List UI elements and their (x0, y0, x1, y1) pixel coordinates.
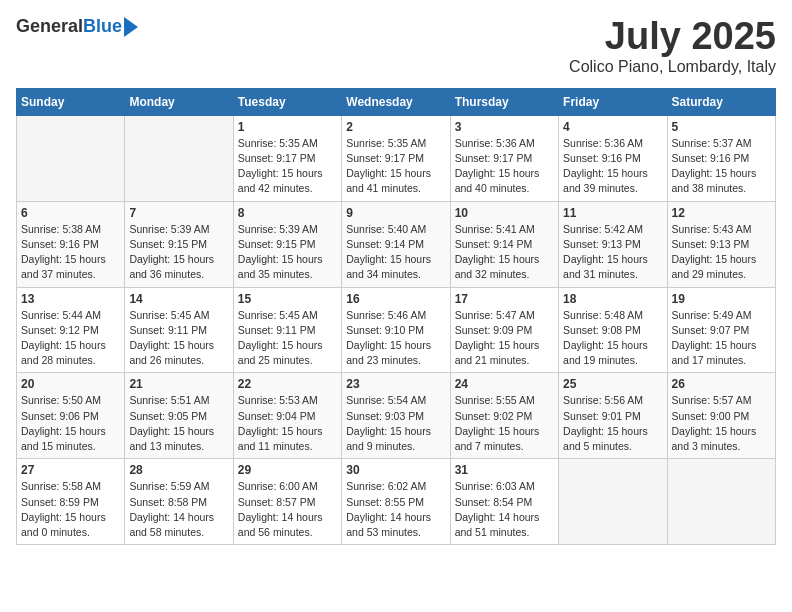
day-number: 6 (21, 206, 120, 220)
day-number: 7 (129, 206, 228, 220)
calendar-cell: 23Sunrise: 5:54 AM Sunset: 9:03 PM Dayli… (342, 373, 450, 459)
calendar-week-row: 27Sunrise: 5:58 AM Sunset: 8:59 PM Dayli… (17, 459, 776, 545)
calendar-cell (559, 459, 667, 545)
calendar-header-wednesday: Wednesday (342, 88, 450, 115)
day-info: Sunrise: 5:37 AM Sunset: 9:16 PM Dayligh… (672, 136, 771, 197)
calendar-header-tuesday: Tuesday (233, 88, 341, 115)
calendar-header-saturday: Saturday (667, 88, 775, 115)
day-number: 28 (129, 463, 228, 477)
calendar-cell: 8Sunrise: 5:39 AM Sunset: 9:15 PM Daylig… (233, 201, 341, 287)
calendar-cell: 7Sunrise: 5:39 AM Sunset: 9:15 PM Daylig… (125, 201, 233, 287)
calendar-header-sunday: Sunday (17, 88, 125, 115)
day-info: Sunrise: 5:50 AM Sunset: 9:06 PM Dayligh… (21, 393, 120, 454)
calendar-week-row: 13Sunrise: 5:44 AM Sunset: 9:12 PM Dayli… (17, 287, 776, 373)
calendar-week-row: 1Sunrise: 5:35 AM Sunset: 9:17 PM Daylig… (17, 115, 776, 201)
day-info: Sunrise: 5:48 AM Sunset: 9:08 PM Dayligh… (563, 308, 662, 369)
day-info: Sunrise: 5:49 AM Sunset: 9:07 PM Dayligh… (672, 308, 771, 369)
day-info: Sunrise: 5:51 AM Sunset: 9:05 PM Dayligh… (129, 393, 228, 454)
day-number: 24 (455, 377, 554, 391)
day-number: 9 (346, 206, 445, 220)
calendar-cell: 24Sunrise: 5:55 AM Sunset: 9:02 PM Dayli… (450, 373, 558, 459)
day-info: Sunrise: 6:02 AM Sunset: 8:55 PM Dayligh… (346, 479, 445, 540)
calendar-cell (667, 459, 775, 545)
calendar-header-thursday: Thursday (450, 88, 558, 115)
day-number: 17 (455, 292, 554, 306)
day-number: 8 (238, 206, 337, 220)
day-info: Sunrise: 5:54 AM Sunset: 9:03 PM Dayligh… (346, 393, 445, 454)
day-info: Sunrise: 5:58 AM Sunset: 8:59 PM Dayligh… (21, 479, 120, 540)
calendar-cell: 25Sunrise: 5:56 AM Sunset: 9:01 PM Dayli… (559, 373, 667, 459)
day-number: 10 (455, 206, 554, 220)
day-info: Sunrise: 5:35 AM Sunset: 9:17 PM Dayligh… (346, 136, 445, 197)
logo: General Blue (16, 16, 138, 37)
day-info: Sunrise: 5:47 AM Sunset: 9:09 PM Dayligh… (455, 308, 554, 369)
calendar-cell: 10Sunrise: 5:41 AM Sunset: 9:14 PM Dayli… (450, 201, 558, 287)
calendar-cell: 22Sunrise: 5:53 AM Sunset: 9:04 PM Dayli… (233, 373, 341, 459)
day-number: 25 (563, 377, 662, 391)
day-info: Sunrise: 5:57 AM Sunset: 9:00 PM Dayligh… (672, 393, 771, 454)
logo-blue-text: Blue (83, 16, 122, 37)
calendar-header-monday: Monday (125, 88, 233, 115)
day-info: Sunrise: 6:03 AM Sunset: 8:54 PM Dayligh… (455, 479, 554, 540)
day-info: Sunrise: 5:35 AM Sunset: 9:17 PM Dayligh… (238, 136, 337, 197)
calendar-cell (17, 115, 125, 201)
day-number: 13 (21, 292, 120, 306)
calendar-cell: 26Sunrise: 5:57 AM Sunset: 9:00 PM Dayli… (667, 373, 775, 459)
calendar-header-friday: Friday (559, 88, 667, 115)
calendar-cell: 6Sunrise: 5:38 AM Sunset: 9:16 PM Daylig… (17, 201, 125, 287)
day-info: Sunrise: 5:36 AM Sunset: 9:17 PM Dayligh… (455, 136, 554, 197)
day-number: 30 (346, 463, 445, 477)
day-info: Sunrise: 5:38 AM Sunset: 9:16 PM Dayligh… (21, 222, 120, 283)
calendar-cell: 16Sunrise: 5:46 AM Sunset: 9:10 PM Dayli… (342, 287, 450, 373)
calendar-cell: 20Sunrise: 5:50 AM Sunset: 9:06 PM Dayli… (17, 373, 125, 459)
location-title: Colico Piano, Lombardy, Italy (569, 58, 776, 76)
day-number: 23 (346, 377, 445, 391)
calendar-week-row: 20Sunrise: 5:50 AM Sunset: 9:06 PM Dayli… (17, 373, 776, 459)
calendar-cell: 3Sunrise: 5:36 AM Sunset: 9:17 PM Daylig… (450, 115, 558, 201)
calendar-cell: 15Sunrise: 5:45 AM Sunset: 9:11 PM Dayli… (233, 287, 341, 373)
page-header: General Blue July 2025 Colico Piano, Lom… (16, 16, 776, 76)
calendar-cell (125, 115, 233, 201)
day-number: 20 (21, 377, 120, 391)
day-number: 26 (672, 377, 771, 391)
day-info: Sunrise: 5:46 AM Sunset: 9:10 PM Dayligh… (346, 308, 445, 369)
calendar-cell: 30Sunrise: 6:02 AM Sunset: 8:55 PM Dayli… (342, 459, 450, 545)
day-number: 2 (346, 120, 445, 134)
calendar-week-row: 6Sunrise: 5:38 AM Sunset: 9:16 PM Daylig… (17, 201, 776, 287)
calendar-cell: 9Sunrise: 5:40 AM Sunset: 9:14 PM Daylig… (342, 201, 450, 287)
month-title: July 2025 (569, 16, 776, 58)
day-number: 27 (21, 463, 120, 477)
day-info: Sunrise: 6:00 AM Sunset: 8:57 PM Dayligh… (238, 479, 337, 540)
day-info: Sunrise: 5:39 AM Sunset: 9:15 PM Dayligh… (129, 222, 228, 283)
day-info: Sunrise: 5:43 AM Sunset: 9:13 PM Dayligh… (672, 222, 771, 283)
calendar-cell: 4Sunrise: 5:36 AM Sunset: 9:16 PM Daylig… (559, 115, 667, 201)
day-info: Sunrise: 5:59 AM Sunset: 8:58 PM Dayligh… (129, 479, 228, 540)
day-number: 11 (563, 206, 662, 220)
day-number: 19 (672, 292, 771, 306)
day-number: 14 (129, 292, 228, 306)
day-info: Sunrise: 5:45 AM Sunset: 9:11 PM Dayligh… (238, 308, 337, 369)
day-number: 5 (672, 120, 771, 134)
day-number: 31 (455, 463, 554, 477)
calendar-cell: 12Sunrise: 5:43 AM Sunset: 9:13 PM Dayli… (667, 201, 775, 287)
calendar-cell: 29Sunrise: 6:00 AM Sunset: 8:57 PM Dayli… (233, 459, 341, 545)
day-info: Sunrise: 5:55 AM Sunset: 9:02 PM Dayligh… (455, 393, 554, 454)
calendar-cell: 17Sunrise: 5:47 AM Sunset: 9:09 PM Dayli… (450, 287, 558, 373)
day-info: Sunrise: 5:36 AM Sunset: 9:16 PM Dayligh… (563, 136, 662, 197)
calendar-cell: 31Sunrise: 6:03 AM Sunset: 8:54 PM Dayli… (450, 459, 558, 545)
calendar-cell: 11Sunrise: 5:42 AM Sunset: 9:13 PM Dayli… (559, 201, 667, 287)
day-info: Sunrise: 5:39 AM Sunset: 9:15 PM Dayligh… (238, 222, 337, 283)
calendar-cell: 27Sunrise: 5:58 AM Sunset: 8:59 PM Dayli… (17, 459, 125, 545)
day-number: 29 (238, 463, 337, 477)
day-info: Sunrise: 5:41 AM Sunset: 9:14 PM Dayligh… (455, 222, 554, 283)
day-number: 4 (563, 120, 662, 134)
calendar-cell: 28Sunrise: 5:59 AM Sunset: 8:58 PM Dayli… (125, 459, 233, 545)
title-area: July 2025 Colico Piano, Lombardy, Italy (569, 16, 776, 76)
calendar-cell: 2Sunrise: 5:35 AM Sunset: 9:17 PM Daylig… (342, 115, 450, 201)
logo-arrow-icon (124, 17, 138, 37)
day-number: 21 (129, 377, 228, 391)
day-info: Sunrise: 5:40 AM Sunset: 9:14 PM Dayligh… (346, 222, 445, 283)
day-number: 16 (346, 292, 445, 306)
calendar-cell: 21Sunrise: 5:51 AM Sunset: 9:05 PM Dayli… (125, 373, 233, 459)
day-number: 22 (238, 377, 337, 391)
